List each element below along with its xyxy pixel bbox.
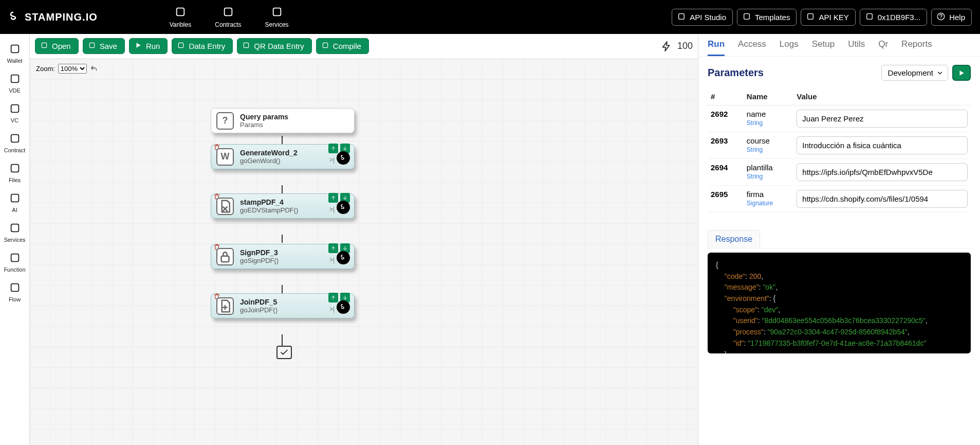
flow-node-1[interactable]: W GenerateWord_2 goGenWord() >| <box>211 144 355 169</box>
rail-vde[interactable]: VDE <box>0 73 29 94</box>
flow-node-2[interactable]: stampPDF_4 goEDVStampPDF() >| <box>211 193 355 219</box>
button-label: 0x1DB9F3... <box>878 13 920 22</box>
param-value-input[interactable] <box>797 190 968 208</box>
node-ports: >| <box>329 256 335 263</box>
rail-vc[interactable]: VC <box>0 103 29 123</box>
move-up-button[interactable] <box>328 293 338 302</box>
move-up-button[interactable] <box>328 193 338 203</box>
topnav-varibles[interactable]: Varibles <box>170 6 191 28</box>
rail-label: Services <box>4 237 25 243</box>
zoom-select[interactable]: 100% <box>58 64 87 74</box>
top-api-studio-button[interactable]: API Studio <box>672 9 733 26</box>
flow-node-3[interactable]: SignPDF_3 goSignPDF() >| <box>211 244 355 269</box>
flow-icon <box>9 282 21 294</box>
fn-icon <box>9 252 21 264</box>
contract-icon <box>9 133 21 145</box>
col-num: # <box>708 88 744 105</box>
tab-access[interactable]: Access <box>738 39 766 56</box>
top-bar: STAMPING.IO Varibles Contracts Services … <box>0 0 980 34</box>
param-value-input[interactable] <box>797 110 968 128</box>
param-type: String <box>747 173 791 180</box>
bookmark-icon <box>9 73 21 85</box>
ai-icon <box>9 192 21 205</box>
braces-icon <box>322 42 329 50</box>
open-button[interactable]: Open <box>35 38 79 54</box>
top-0x1db9f3--button[interactable]: 0x1DB9F3... <box>860 9 927 26</box>
save-button[interactable]: Save <box>83 38 125 54</box>
node-ports: >| <box>329 156 335 164</box>
svg-rect-6 <box>808 13 813 19</box>
rail-contract[interactable]: Contract <box>0 133 29 153</box>
flow-canvas[interactable]: ? Query params Params W GenerateWord_2 g… <box>30 59 698 445</box>
compile-button[interactable]: Compile <box>316 38 369 54</box>
top-templates-button[interactable]: Templates <box>737 9 797 26</box>
move-up-button[interactable] <box>328 144 338 153</box>
help-icon <box>937 12 945 22</box>
svg-rect-5 <box>744 13 750 19</box>
svg-rect-4 <box>679 13 685 19</box>
rail-services[interactable]: Services <box>0 222 29 243</box>
rail-label: Wallet <box>7 58 22 64</box>
param-value-input[interactable] <box>797 136 968 154</box>
zoom-label: Zoom: <box>36 65 55 73</box>
top-api-key-button[interactable]: API KEY <box>801 9 855 26</box>
top-help-button[interactable]: Help <box>931 9 972 26</box>
svg-rect-18 <box>89 43 94 47</box>
param-row: 2695 firmaSignature <box>708 186 971 212</box>
grid-icon <box>865 12 874 22</box>
tab-reports[interactable]: Reports <box>901 39 932 56</box>
svg-rect-12 <box>11 165 19 172</box>
button-label: Data Entry <box>189 42 225 50</box>
rail-label: Function <box>4 266 25 273</box>
data-entry-button[interactable]: Data Entry <box>172 38 233 54</box>
svg-rect-1 <box>177 8 184 15</box>
rail-label: Files <box>9 177 21 183</box>
svg-rect-8 <box>11 45 19 53</box>
param-num: 2694 <box>708 159 744 186</box>
environment-select[interactable]: Development <box>881 65 948 81</box>
run-parameters-button[interactable] <box>952 65 971 81</box>
param-type: String <box>747 146 791 153</box>
node-ports: >| <box>329 306 335 313</box>
svg-rect-19 <box>179 43 183 47</box>
param-type: Signature <box>747 200 791 207</box>
node-title: Query params <box>240 113 349 121</box>
flow-node-4[interactable]: JoinPDF_5 goJoinPDF() >| <box>211 293 355 318</box>
rail-function[interactable]: Function <box>0 252 29 273</box>
button-label: Open <box>52 42 71 50</box>
rail-files[interactable]: Files <box>0 163 29 183</box>
node-glyph-icon: ? <box>216 112 234 130</box>
button-label: API Studio <box>690 13 726 22</box>
rail-flow[interactable]: Flow <box>0 282 29 302</box>
rail-label: VDE <box>9 87 21 94</box>
node-glyph-icon: W <box>216 148 234 166</box>
canvas-column: Open Save Run Data Entry QR Data Entry C… <box>30 34 698 445</box>
doc-icon <box>9 103 21 115</box>
tab-qr[interactable]: Qr <box>878 39 888 56</box>
qr-data-entry-button[interactable]: QR Data Entry <box>237 38 312 54</box>
col-name: Name <box>744 88 794 105</box>
flow-node-0[interactable]: ? Query params Params <box>211 108 355 133</box>
panel-tabs: RunAccessLogsSetupUtilsQrReports <box>698 34 980 57</box>
response-tab[interactable]: Response <box>708 230 760 248</box>
topnav-contracts[interactable]: Contracts <box>215 6 241 28</box>
tab-utils[interactable]: Utils <box>848 39 865 56</box>
rail-label: AI <box>12 207 17 213</box>
move-up-button[interactable] <box>328 243 338 253</box>
rail-ai[interactable]: AI <box>0 192 29 213</box>
undo-icon[interactable] <box>90 65 98 73</box>
param-num: 2693 <box>708 132 744 159</box>
svg-rect-22 <box>221 256 229 261</box>
svg-rect-11 <box>11 135 19 143</box>
play-icon <box>135 42 142 50</box>
barcode-icon <box>271 6 283 19</box>
tab-setup[interactable]: Setup <box>812 39 835 56</box>
run-button[interactable]: Run <box>129 38 168 54</box>
topnav-services[interactable]: Services <box>265 6 289 28</box>
rail-wallet[interactable]: Wallet <box>0 43 29 64</box>
button-label: Templates <box>755 13 790 22</box>
svg-rect-15 <box>11 254 19 262</box>
tab-run[interactable]: Run <box>708 39 725 56</box>
param-value-input[interactable] <box>797 163 968 181</box>
tab-logs[interactable]: Logs <box>780 39 799 56</box>
